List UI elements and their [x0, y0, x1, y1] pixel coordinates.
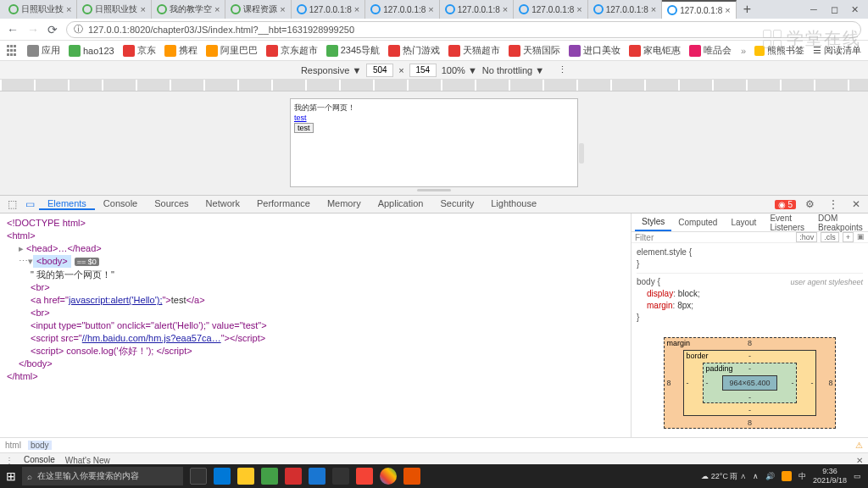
bookmark-item[interactable]: 热门游戏	[388, 44, 440, 57]
viewport-height-input[interactable]	[409, 64, 437, 77]
bookmark-item[interactable]: 天猫超市	[448, 44, 500, 57]
tab-close-icon[interactable]: ×	[428, 4, 433, 14]
throttle-select[interactable]: No throttling ▼	[482, 65, 544, 75]
clock[interactable]: 9:362021/9/18	[813, 467, 847, 485]
browser-tab[interactable]: 127.0.0.1:8×	[514, 0, 587, 19]
task-icon[interactable]	[285, 468, 302, 485]
bookmark-item[interactable]: 唯品会	[689, 44, 732, 57]
tab-close-icon[interactable]: ×	[725, 5, 730, 15]
breadcrumb-item[interactable]: html	[5, 441, 21, 450]
apps-icon[interactable]	[7, 45, 19, 57]
tab-close-icon[interactable]: ×	[66, 4, 71, 14]
bookmark-item[interactable]: 应用	[27, 44, 60, 57]
task-icon[interactable]	[261, 468, 278, 485]
device-toggle-icon[interactable]: ▭	[21, 198, 39, 210]
filter-chip[interactable]: +	[843, 232, 854, 242]
browser-tab[interactable]: 我的教学空×	[152, 0, 225, 19]
devtools-tab[interactable]: Console	[95, 198, 146, 208]
weather[interactable]: ☁ 22°C 雨 ∧	[701, 471, 746, 482]
bookmark-item[interactable]: 2345导航	[326, 44, 380, 57]
devtools-tab[interactable]: Sources	[146, 198, 197, 208]
browser-tab[interactable]: 课程资源×	[225, 0, 291, 19]
browser-tab[interactable]: 日照职业技×	[77, 0, 151, 19]
devtools-tab[interactable]: Memory	[319, 198, 370, 208]
close-devtools-icon[interactable]: ✕	[848, 198, 865, 210]
reload-button[interactable]: ⟳	[47, 23, 58, 36]
elements-source[interactable]: <!DOCTYPE html> <html> ▸ <head>…</head> …	[0, 214, 631, 437]
devtools-tab[interactable]: Lighthouse	[482, 198, 545, 208]
responsive-select[interactable]: Responsive ▼	[301, 65, 361, 75]
inspect-icon[interactable]: ⬚	[3, 198, 21, 210]
bookmark-item[interactable]: 携程	[164, 44, 198, 57]
maximize-button[interactable]: ◻	[829, 4, 839, 14]
tray-icon[interactable]: 中	[798, 471, 806, 482]
start-button[interactable]: ⊞	[0, 464, 22, 488]
task-icon[interactable]	[332, 468, 349, 485]
tab-close-icon[interactable]: ×	[354, 4, 359, 14]
notifications-icon[interactable]: ▭	[854, 472, 861, 480]
tray-icon[interactable]: 🔊	[765, 472, 775, 480]
browser-tab[interactable]: 127.0.0.1:8×	[292, 0, 365, 19]
more-icon[interactable]: ⋮	[558, 64, 567, 75]
browser-tab[interactable]: 127.0.0.1:8×	[588, 0, 662, 19]
pin-icon[interactable]: ▣	[857, 232, 865, 242]
breadcrumb-item[interactable]: body	[28, 441, 52, 450]
filter-chip[interactable]: :hov	[796, 232, 817, 242]
styles-tab[interactable]: Layout	[724, 214, 763, 231]
page-link[interactable]: test	[294, 114, 307, 122]
task-icon[interactable]	[403, 468, 420, 485]
bookmark-item[interactable]: 阿里巴巴	[206, 44, 258, 57]
back-button[interactable]: ←	[7, 23, 19, 36]
styles-tab[interactable]: DOM Breakpoints	[811, 214, 868, 231]
tab-close-icon[interactable]: ×	[140, 4, 145, 14]
devtools-tab[interactable]: Network	[198, 198, 248, 208]
resize-handle[interactable]	[579, 143, 584, 164]
warning-icon[interactable]: ⚠	[855, 441, 863, 450]
more-icon[interactable]: ⋮	[824, 198, 843, 210]
drag-handle[interactable]	[417, 189, 451, 191]
browser-tab[interactable]: 127.0.0.1:8×	[662, 0, 736, 19]
url-input[interactable]: ⓘ 127.0.0.1:8020/chapter03/JS/index.html…	[66, 21, 861, 38]
devtools-tab[interactable]: Security	[431, 198, 482, 208]
styles-tab[interactable]: Computed	[671, 214, 724, 231]
tab-close-icon[interactable]: ×	[503, 4, 508, 14]
styles-tab[interactable]: Event Listeners	[763, 214, 811, 231]
error-badge[interactable]: ◉ 5	[775, 200, 796, 209]
viewport-width-input[interactable]	[366, 64, 393, 77]
task-icon[interactable]	[309, 468, 326, 485]
taskbar-search[interactable]: ⌕ 在这里输入你要搜索的内容	[22, 467, 183, 485]
bookmark-item[interactable]: 家电钜惠	[629, 44, 681, 57]
zoom-select[interactable]: 100% ▼	[442, 65, 477, 75]
devtools-tab[interactable]: Application	[370, 198, 432, 208]
new-tab-button[interactable]: +	[737, 2, 758, 17]
browser-tab[interactable]: 日照职业技×	[3, 0, 77, 19]
task-icon[interactable]	[237, 468, 254, 485]
bookmark-item[interactable]: 天猫国际	[509, 44, 560, 57]
task-icon[interactable]	[214, 468, 231, 485]
task-icon[interactable]	[356, 468, 373, 485]
page-button[interactable]: test	[294, 123, 314, 133]
styles-tab[interactable]: Styles	[635, 214, 671, 231]
tab-close-icon[interactable]: ×	[214, 4, 220, 14]
task-icon[interactable]	[380, 468, 397, 485]
tab-close-icon[interactable]: ×	[280, 4, 285, 14]
browser-tab[interactable]: 127.0.0.1:8×	[440, 0, 514, 19]
minimize-button[interactable]: ─	[809, 4, 819, 14]
bookmark-item[interactable]: 进口美妆	[569, 44, 620, 57]
tab-close-icon[interactable]: ×	[651, 4, 656, 14]
tab-close-icon[interactable]: ×	[576, 4, 581, 14]
bookmark-item[interactable]: 京东超市	[266, 44, 318, 57]
tray-icon[interactable]	[782, 471, 792, 481]
forward-button[interactable]: →	[27, 23, 39, 36]
devtools-tab[interactable]: Elements	[39, 198, 95, 210]
tray-icon[interactable]: ∧	[753, 472, 759, 480]
browser-tab[interactable]: 127.0.0.1:8×	[365, 0, 439, 19]
filter-chip[interactable]: .cls	[821, 232, 839, 242]
devtools-tab[interactable]: Performance	[248, 198, 319, 208]
filter-input[interactable]: Filter	[635, 233, 654, 242]
bookmark-item[interactable]: 京东	[123, 44, 156, 57]
task-icon[interactable]	[190, 468, 207, 485]
settings-icon[interactable]: ⚙	[801, 198, 819, 210]
bookmark-item[interactable]: hao123	[69, 44, 114, 57]
close-button[interactable]: ✕	[849, 4, 860, 14]
